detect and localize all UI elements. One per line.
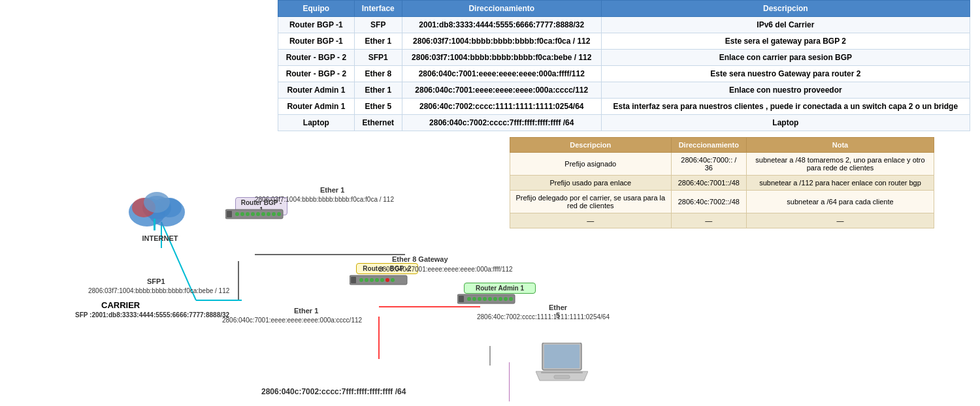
sfp1-label: SFP1 <box>147 277 165 285</box>
svg-point-45 <box>498 297 502 301</box>
table-cell: Router - BGP - 2 <box>278 50 355 66</box>
svg-point-36 <box>391 278 395 282</box>
ether8-addr: 2806:040c:7001:eeee:eeee:eeee:000a:ffff/… <box>379 266 513 273</box>
svg-point-34 <box>380 278 384 282</box>
sfp1-addr: 2806:03f7:1004:bbbb:bbbb:bbbb:f0ca:bebe … <box>88 287 229 294</box>
svg-point-39 <box>467 297 471 301</box>
connections-svg <box>0 101 510 406</box>
ether1-bgp1-addr: 2806:03f7:1004:bbbb:bbbb:bbbb:f0ca:f0ca … <box>255 196 394 203</box>
table-row: Prefijo usado para enlace2806:40c:7001::… <box>510 176 934 191</box>
laptop-container <box>536 343 588 388</box>
ether1-admin-label: Ether 1 <box>294 307 318 315</box>
svg-point-44 <box>493 297 497 301</box>
svg-rect-16 <box>154 219 155 230</box>
svg-point-33 <box>375 278 379 282</box>
table-row: Router Admin 1Ether 12806:040c:7001:eeee… <box>278 82 970 99</box>
table-row: Router - BGP - 2SFP12806:03f7:1004:bbbb:… <box>278 50 970 66</box>
table-cell: Laptop <box>601 115 970 131</box>
ether1-admin-addr: 2806:040c:7001:eeee:eeee:eeee:000a:cccc/… <box>222 317 362 324</box>
svg-point-41 <box>478 297 482 301</box>
svg-point-24 <box>261 212 265 216</box>
table-row: Router - BGP - 2Ether 82806:040c:7001:ee… <box>278 66 970 82</box>
svg-rect-29 <box>351 277 356 283</box>
router-bgp2-device <box>350 273 408 290</box>
carrier-address: SFP :2001:db8:3333:4444:5555:6666:7777:8… <box>75 311 229 319</box>
second-table: Descripcion Direccionamiento Nota Prefij… <box>510 137 934 228</box>
svg-rect-38 <box>459 296 464 302</box>
table-cell: Router BGP -1 <box>278 17 355 33</box>
diagram-area: INTERNET CARRIER SFP :2001:db8:3333:4444… <box>0 101 510 406</box>
table-cell: 2806:03f7:1004:bbbb:bbbb:bbbb:f0ca:f0ca … <box>402 33 601 50</box>
table-cell: — <box>510 213 672 228</box>
col-descripcion: Descripcion <box>601 1 970 17</box>
svg-rect-49 <box>544 345 580 368</box>
svg-point-32 <box>370 278 374 282</box>
svg-rect-18 <box>227 211 232 217</box>
laptop-addr: 2806:040c:7002:cccc:7fff:ffff:ffff:ffff … <box>261 387 406 396</box>
table-row: Prefijo asignado2806:40c:7000:: / 36subn… <box>510 153 934 176</box>
table-cell: subnetear a /112 para hacer enlace con r… <box>747 176 934 191</box>
svg-point-23 <box>256 212 260 216</box>
table-cell: Este sera nuestro Gateway para router 2 <box>601 66 970 82</box>
table-cell: 2806:40c:7002::/48 <box>671 191 746 213</box>
table-cell: SFP1 <box>354 50 402 66</box>
table-cell: IPv6 del Carrier <box>601 17 970 33</box>
col2-descripcion: Descripcion <box>510 138 672 153</box>
ether8-label: Ether 8 Gateway <box>392 255 448 263</box>
ether1-bgp1-label: Ether 1 <box>320 186 344 194</box>
table-cell: Enlace con carrier para sesion BGP <box>601 50 970 66</box>
table-cell: Esta interfaz sera para nuestros cliente… <box>601 99 970 115</box>
table-cell: 2806:03f7:1004:bbbb:bbbb:bbbb:f0ca:bebe … <box>402 50 601 66</box>
table-cell: 2001:db8:3333:4444:5555:6666:7777:8888/3… <box>402 17 601 33</box>
table-cell: 2806:40c:7001::/48 <box>671 176 746 191</box>
carrier-label: CARRIER <box>101 300 140 310</box>
table-cell: Ether 8 <box>354 66 402 82</box>
table-row: Prefijo delegado por el carrier, se usar… <box>510 191 934 213</box>
svg-point-19 <box>235 212 239 216</box>
svg-point-27 <box>277 212 281 216</box>
router-bgp1-device <box>225 207 284 224</box>
table-cell: — <box>747 213 934 228</box>
table-cell: Prefijo usado para enlace <box>510 176 672 191</box>
col2-direccionamiento: Direccionamiento <box>671 138 746 153</box>
table-cell: Prefijo asignado <box>510 153 672 176</box>
table-row: Router BGP -1SFP2001:db8:3333:4444:5555:… <box>278 17 970 33</box>
table-cell: 2806:040c:7001:eeee:eeee:eeee:000a:ffff/… <box>402 66 601 82</box>
table-cell: Ether 1 <box>354 33 402 50</box>
table-cell: Router BGP -1 <box>278 33 355 50</box>
svg-point-35 <box>385 278 389 282</box>
table-cell: — <box>671 213 746 228</box>
table-cell: Prefijo delegado por el carrier, se usar… <box>510 191 672 213</box>
table-cell: Ether 1 <box>354 82 402 99</box>
svg-point-15 <box>144 192 170 213</box>
table-cell: 2806:040c:7001:eeee:eeee:eeee:000a:cccc/… <box>402 82 601 99</box>
col-interface: Interface <box>354 1 402 17</box>
internet-cloud: INTERNET <box>121 183 199 242</box>
table-cell: Este sera el gateway para BGP 2 <box>601 33 970 50</box>
svg-point-20 <box>240 212 244 216</box>
svg-point-42 <box>483 297 487 301</box>
svg-point-47 <box>509 297 513 301</box>
col-direccionamiento: Direccionamiento <box>402 1 601 17</box>
svg-point-31 <box>365 278 368 282</box>
col-equipo: Equipo <box>278 1 355 17</box>
laptop-svg <box>536 343 588 385</box>
svg-point-43 <box>488 297 492 301</box>
svg-rect-51 <box>554 375 570 379</box>
table-cell: subnetear a /64 para cada cliente <box>747 191 934 213</box>
svg-point-30 <box>359 278 363 282</box>
table-cell: Enlace con nuestro proveedor <box>601 82 970 99</box>
table-row: Router BGP -1Ether 12806:03f7:1004:bbbb:… <box>278 33 970 50</box>
svg-point-22 <box>251 212 255 216</box>
svg-point-21 <box>246 212 250 216</box>
router-admin1-device <box>457 292 516 309</box>
internet-label: INTERNET <box>121 234 199 242</box>
table-cell: Router - BGP - 2 <box>278 66 355 82</box>
svg-rect-50 <box>541 371 583 373</box>
table-row: ——— <box>510 213 934 228</box>
col2-nota: Nota <box>747 138 934 153</box>
svg-point-40 <box>472 297 476 301</box>
table-cell: subnetear a /48 tomaremos 2, uno para en… <box>747 153 934 176</box>
table-cell: SFP <box>354 17 402 33</box>
table-cell: 2806:40c:7000:: / 36 <box>671 153 746 176</box>
